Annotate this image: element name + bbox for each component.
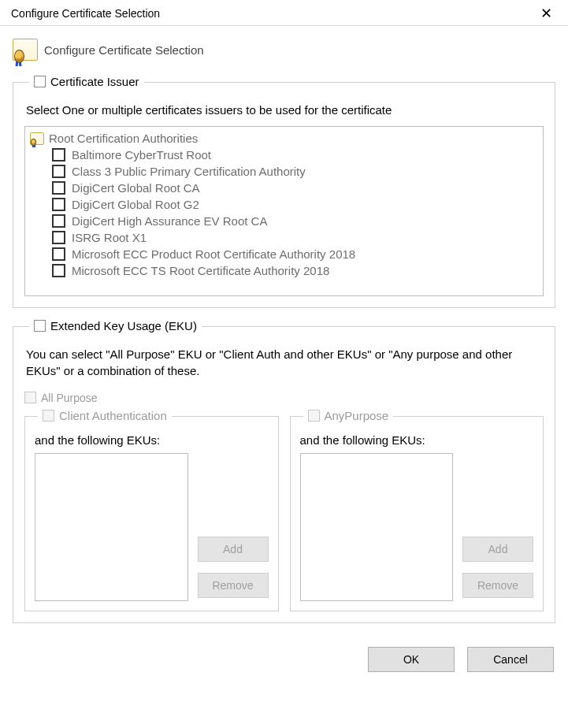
issuer-item-checkbox[interactable] bbox=[52, 148, 65, 162]
issuer-tree-item[interactable]: ISRG Root X1 bbox=[52, 229, 538, 246]
dialog-title: Configure Certificate Selection bbox=[44, 43, 204, 57]
issuer-item-checkbox[interactable] bbox=[52, 165, 65, 178]
issuer-tree[interactable]: Root Certification Authorities Baltimore… bbox=[24, 126, 544, 296]
client-auth-listbox[interactable] bbox=[35, 453, 188, 601]
issuer-tree-item[interactable]: DigiCert Global Root G2 bbox=[52, 196, 538, 213]
issuer-item-label: Microsoft ECC TS Root Certificate Author… bbox=[72, 264, 329, 277]
all-purpose-checkbox bbox=[24, 392, 36, 403]
issuer-item-label: Class 3 Public Primary Certification Aut… bbox=[72, 165, 306, 178]
client-auth-add-button: Add bbox=[198, 537, 269, 562]
issuer-item-checkbox[interactable] bbox=[52, 231, 65, 244]
issuer-item-checkbox[interactable] bbox=[52, 214, 65, 228]
eku-checkbox[interactable] bbox=[34, 320, 46, 332]
issuer-item-label: ISRG Root X1 bbox=[72, 231, 147, 244]
issuer-item-checkbox[interactable] bbox=[52, 198, 65, 211]
certificate-issuer-legend: Certificate Issuer bbox=[50, 75, 139, 88]
certificate-icon bbox=[30, 132, 44, 145]
window-title: Configure Certificate Selection bbox=[11, 7, 160, 20]
eku-group: Extended Key Usage (EKU) You can select … bbox=[13, 319, 555, 623]
client-auth-group: Client Authentication and the following … bbox=[24, 409, 279, 611]
any-purpose-add-button: Add bbox=[462, 537, 533, 562]
client-auth-checkbox bbox=[43, 410, 54, 422]
issuer-tree-item[interactable]: Baltimore CyberTrust Root bbox=[52, 147, 538, 163]
certificate-issuer-checkbox[interactable] bbox=[34, 76, 46, 87]
issuer-item-checkbox[interactable] bbox=[52, 247, 65, 261]
certificate-icon bbox=[13, 39, 38, 61]
client-auth-legend: Client Authentication bbox=[59, 409, 167, 422]
any-purpose-legend: AnyPurpose bbox=[325, 409, 389, 422]
dialog-footer: OK Cancel bbox=[0, 644, 568, 680]
any-purpose-checkbox bbox=[308, 410, 320, 422]
dialog-header: Configure Certificate Selection bbox=[11, 35, 557, 69]
issuer-item-checkbox[interactable] bbox=[52, 264, 65, 277]
close-icon[interactable]: ✕ bbox=[536, 6, 557, 20]
certificate-issuer-description: Select One or multiple certificates issu… bbox=[26, 102, 542, 118]
issuer-item-label: Microsoft ECC Product Root Certificate A… bbox=[72, 247, 355, 261]
issuer-tree-item[interactable]: DigiCert Global Root CA bbox=[52, 180, 538, 196]
cancel-button[interactable]: Cancel bbox=[467, 647, 554, 672]
issuer-item-label: DigiCert High Assurance EV Root CA bbox=[72, 214, 267, 228]
any-purpose-remove-button: Remove bbox=[462, 573, 533, 598]
all-purpose-label: All Purpose bbox=[41, 392, 98, 404]
issuer-item-label: DigiCert Global Root CA bbox=[72, 181, 200, 195]
eku-description: You can select "All Purpose" EKU or "Cli… bbox=[26, 347, 542, 379]
issuer-tree-item[interactable]: DigiCert High Assurance EV Root CA bbox=[52, 213, 538, 229]
issuer-tree-root-label: Root Certification Authorities bbox=[49, 132, 198, 145]
issuer-tree-item[interactable]: Class 3 Public Primary Certification Aut… bbox=[52, 163, 538, 180]
issuer-item-checkbox[interactable] bbox=[52, 181, 65, 195]
certificate-issuer-group: Certificate Issuer Select One or multipl… bbox=[13, 75, 555, 308]
ok-button[interactable]: OK bbox=[368, 647, 455, 672]
issuer-tree-item[interactable]: Microsoft ECC Product Root Certificate A… bbox=[52, 246, 538, 262]
issuer-item-label: Baltimore CyberTrust Root bbox=[72, 148, 211, 162]
titlebar: Configure Certificate Selection ✕ bbox=[0, 0, 568, 25]
any-purpose-listbox[interactable] bbox=[300, 453, 454, 601]
client-auth-desc: and the following EKUs: bbox=[35, 433, 269, 447]
issuer-tree-item[interactable]: Microsoft ECC TS Root Certificate Author… bbox=[52, 262, 538, 279]
any-purpose-group: AnyPurpose and the following EKUs: Add R… bbox=[290, 409, 544, 611]
any-purpose-desc: and the following EKUs: bbox=[300, 433, 534, 447]
eku-legend: Extended Key Usage (EKU) bbox=[50, 319, 197, 332]
issuer-tree-root[interactable]: Root Certification Authorities bbox=[30, 130, 538, 147]
issuer-item-label: DigiCert Global Root G2 bbox=[72, 198, 199, 211]
client-auth-remove-button: Remove bbox=[198, 573, 269, 598]
